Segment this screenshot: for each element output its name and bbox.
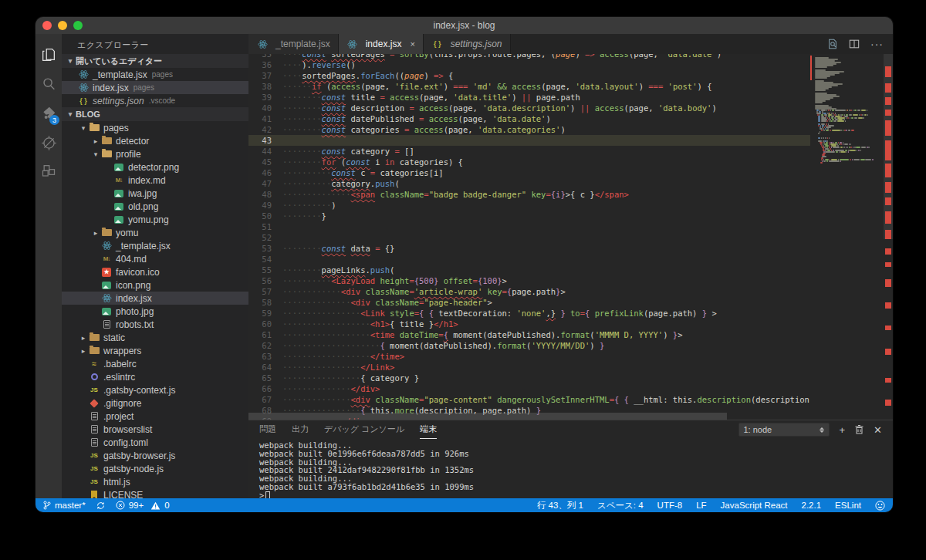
tree-item-_template.jsx[interactable]: _template.jsx	[62, 239, 248, 252]
code-line-64[interactable]: 64················</Link>	[248, 362, 810, 373]
tree-item-browserslist[interactable]: browserslist	[62, 423, 248, 436]
more-actions-icon[interactable]: ···	[870, 38, 884, 50]
code-line-46[interactable]: 46··········const c = categories[i]	[248, 167, 810, 178]
code-line-65[interactable]: 65················{ category }	[248, 373, 810, 383]
close-window-button[interactable]	[42, 21, 52, 30]
close-panel-button[interactable]: ✕	[874, 425, 882, 435]
status--43-1[interactable]: 行 43、列 1	[537, 500, 583, 511]
tree-item-yomu[interactable]: ▸yomu	[62, 226, 248, 239]
tree-item-.babelrc[interactable]: ≈.babelrc	[62, 357, 248, 370]
code-line-59[interactable]: 59················<Link style={ { textDe…	[248, 308, 810, 319]
tree-item-pages[interactable]: ▾pages	[62, 121, 248, 134]
tree-item-html.js[interactable]: JShtml.js	[62, 475, 248, 488]
open-editors-header[interactable]: ▾ 開いているエディター	[62, 54, 248, 68]
tree-item-wrappers[interactable]: ▸wrappers	[62, 344, 248, 357]
code-line-58[interactable]: 58··············<div className="page-hea…	[248, 297, 810, 308]
activity-debug-button[interactable]	[35, 128, 62, 157]
tree-item-icon.png[interactable]: icon.png	[62, 278, 248, 292]
panel-tab-端末[interactable]: 端末	[420, 420, 437, 439]
titlebar[interactable]: index.jsx - blog	[35, 17, 893, 34]
code-line-40[interactable]: 40········const description = access(pag…	[248, 103, 810, 113]
code-editor[interactable]: 35····const sortedPages = sortBy(this.pr…	[248, 54, 893, 420]
terminal-output[interactable]: webpack building...webpack built 0e1996e…	[248, 439, 893, 498]
code-line-44[interactable]: 44········const category = []	[248, 146, 810, 157]
folder-root-header[interactable]: ▾ BLOG	[62, 107, 248, 121]
code-line-67[interactable]: 67··············<div className="page-con…	[248, 394, 810, 405]
code-line-56[interactable]: 56··········<LazyLoad height={500} offse…	[248, 275, 810, 286]
tree-item-detector[interactable]: ▸detector	[62, 134, 248, 147]
open-editor-index.jsx[interactable]: index.jsxpages	[62, 81, 248, 94]
tree-item-index.md[interactable]: M↓index.md	[62, 174, 248, 187]
status-2-2-1[interactable]: 2.2.1	[802, 501, 822, 510]
feedback-smiley-icon[interactable]	[875, 501, 885, 511]
status-eslint[interactable]: ESLint	[835, 501, 861, 510]
tab-settings.json[interactable]: { }settings.json	[424, 34, 511, 54]
tree-item-static[interactable]: ▸static	[62, 331, 248, 344]
code-line-36[interactable]: 36····).reverse()	[248, 59, 810, 70]
code-line-41[interactable]: 41········const datePublished = access(p…	[248, 113, 810, 124]
overview-ruler[interactable]	[884, 54, 893, 420]
code-line-35[interactable]: 35····const sortedPages = sortBy(this.pr…	[248, 54, 810, 59]
tree-item-profile[interactable]: ▾profile	[62, 147, 248, 160]
code-line-37[interactable]: 37····sortedPages.forEach((page) => {	[248, 70, 810, 81]
new-terminal-button[interactable]: +	[840, 425, 846, 435]
tree-item-config.toml[interactable]: config.toml	[62, 436, 248, 449]
code-line-66[interactable]: 66··············</div>	[248, 383, 810, 394]
panel-tab-問題[interactable]: 問題	[259, 420, 276, 439]
tree-item-detector.png[interactable]: detector.png	[62, 160, 248, 174]
code-line-43[interactable]: 43	[248, 135, 810, 146]
code-line-39[interactable]: 39········const title = access(page, 'da…	[248, 92, 810, 103]
tree-item-yomu.png[interactable]: yomu.png	[62, 213, 248, 226]
horizontal-scrollbar[interactable]	[248, 413, 727, 420]
close-tab-icon[interactable]: ×	[410, 39, 414, 49]
tree-item-.gitignore[interactable]: .gitignore	[62, 396, 248, 410]
kill-terminal-button[interactable]	[855, 425, 863, 434]
tree-item-favicon.ico[interactable]: ★favicon.ico	[62, 265, 248, 278]
code-line-49[interactable]: 49··········)	[248, 200, 810, 211]
code-line-50[interactable]: 50········}	[248, 211, 810, 221]
tree-item-.eslintrc[interactable]: .eslintrc	[62, 370, 248, 383]
code-line-54[interactable]: 54	[248, 254, 810, 265]
activity-source-control-button[interactable]: 3	[35, 99, 62, 128]
terminal-select[interactable]: 1: node	[738, 423, 830, 437]
activity-explorer-button[interactable]	[35, 40, 62, 69]
code-line-62[interactable]: 62····················{ moment(datePubli…	[248, 340, 810, 351]
tab-_template.jsx[interactable]: _template.jsx	[248, 34, 339, 54]
tab-index.jsx[interactable]: index.jsx×	[339, 34, 424, 54]
tree-item-404.md[interactable]: M↓404.md	[62, 252, 248, 265]
code-line-61[interactable]: 61··················<time dateTime={ mom…	[248, 329, 810, 340]
code-line-52[interactable]: 52	[248, 232, 810, 243]
code-line-45[interactable]: 45········for (const i in categories) {	[248, 157, 810, 167]
panel-tab-デバッグ コンソール[interactable]: デバッグ コンソール	[324, 420, 404, 439]
activity-search-button[interactable]	[35, 69, 62, 99]
git-branch-indicator[interactable]: master*	[43, 501, 86, 510]
status--4[interactable]: スペース: 4	[597, 500, 644, 511]
tree-item-photo.jpg[interactable]: photo.jpg	[62, 305, 248, 318]
minimize-window-button[interactable]	[58, 21, 67, 30]
tree-item-index.jsx[interactable]: index.jsx	[62, 292, 248, 305]
code-line-42[interactable]: 42········const categories = access(page…	[248, 124, 810, 135]
tree-item-old.png[interactable]: old.png	[62, 200, 248, 213]
tree-item-LICENSE[interactable]: LICENSE	[62, 488, 248, 498]
tree-item-iwa.jpg[interactable]: iwa.jpg	[62, 187, 248, 200]
status-javascript-react[interactable]: JavaScript React	[721, 501, 788, 510]
tree-item-gatsby-node.js[interactable]: JSgatsby-node.js	[62, 462, 248, 475]
open-editor-_template.jsx[interactable]: _template.jsxpages	[62, 68, 248, 81]
code-line-57[interactable]: 57············<div className='article-wr…	[248, 286, 810, 297]
terminal-prompt[interactable]: >	[259, 491, 893, 498]
panel-tab-出力[interactable]: 出力	[292, 420, 309, 439]
minimap[interactable]	[810, 54, 884, 420]
zoom-window-button[interactable]	[73, 21, 83, 30]
status-utf-8[interactable]: UTF-8	[657, 501, 683, 510]
tree-item-.project[interactable]: .project	[62, 410, 248, 423]
sync-indicator[interactable]	[96, 501, 105, 510]
activity-extensions-button[interactable]	[35, 157, 62, 187]
code-line-53[interactable]: 53········const data = {}	[248, 243, 810, 254]
problems-indicator[interactable]: 99+ 0	[116, 501, 170, 510]
code-line-47[interactable]: 47··········category.push(	[248, 178, 810, 189]
tree-item-.gatsby-context.js[interactable]: JS.gatsby-context.js	[62, 383, 248, 396]
code-line-48[interactable]: 48··············<span className="badge b…	[248, 189, 810, 200]
tree-item-gatsby-browser.js[interactable]: JSgatsby-browser.js	[62, 449, 248, 462]
code-line-38[interactable]: 38······if (access(page, 'file.ext') ===…	[248, 81, 810, 92]
code-line-63[interactable]: 63··················</time>	[248, 351, 810, 362]
